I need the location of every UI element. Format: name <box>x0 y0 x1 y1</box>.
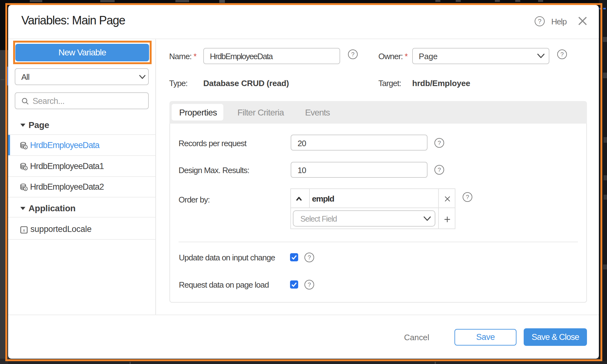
svg-text:x: x <box>23 228 25 233</box>
